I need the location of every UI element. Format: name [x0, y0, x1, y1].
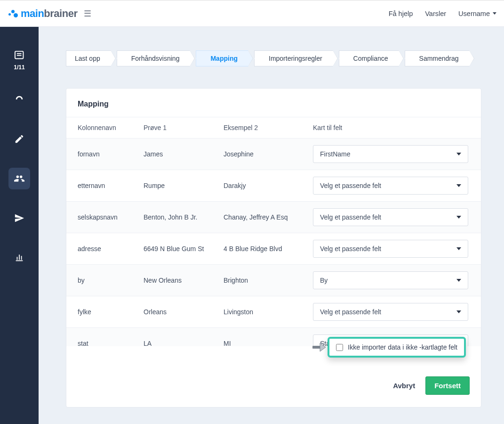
table-row: fornavnJamesJosephineFirstName — [66, 138, 481, 170]
cell-sample2: Brighton — [224, 277, 313, 284]
pencil-icon — [14, 134, 24, 144]
chevron-down-icon — [456, 279, 461, 282]
cell-column-name: fylke — [78, 308, 144, 316]
map-field-select[interactable]: Velg et passende felt — [313, 240, 468, 258]
chevron-down-icon — [493, 12, 496, 15]
brand-logo[interactable]: mainbrainer — [8, 8, 77, 20]
table-row: fylkeOrleansLivingstonVelg et passende f… — [66, 296, 481, 327]
sidebar: 1/11 — [0, 27, 39, 424]
continue-button[interactable]: Fortsett — [425, 376, 470, 395]
col-header-sample2: Eksempel 2 — [224, 124, 313, 131]
chevron-down-icon — [456, 153, 461, 155]
sidebar-item-analytics[interactable] — [8, 247, 30, 269]
help-link[interactable]: Få hjelp — [389, 10, 413, 17]
chevron-down-icon — [456, 247, 461, 250]
cell-sample1: LA — [144, 340, 224, 346]
cell-sample2: 4 B Blue Ridge Blvd — [224, 245, 313, 253]
table-row: selskapsnavnBenton, John B Jr.Chanay, Je… — [66, 201, 481, 233]
step-compliance[interactable]: Compliance — [339, 50, 399, 66]
chart-icon — [14, 253, 24, 263]
col-header-map: Kart til felt — [313, 124, 470, 131]
cell-column-name: stat — [78, 340, 144, 346]
sidebar-item-overview[interactable]: 1/11 — [14, 49, 24, 71]
map-field-select[interactable]: Velg et passende felt — [313, 303, 468, 321]
cell-sample2: Livingston — [224, 308, 313, 316]
cell-column-name: selskapsnavn — [78, 213, 144, 221]
select-value: Velg et passende felt — [320, 182, 381, 189]
cell-column-name: by — [78, 277, 144, 284]
select-value: Velg et passende felt — [320, 308, 381, 316]
table-header-row: Kolonnenavn Prøve 1 Eksempel 2 Kart til … — [66, 117, 481, 138]
people-icon — [14, 173, 24, 184]
cell-sample2: Josephine — [224, 150, 313, 158]
cancel-button[interactable]: Avbryt — [393, 382, 415, 390]
col-header-name: Kolonnenavn — [78, 124, 144, 131]
select-value: FirstName — [320, 150, 351, 158]
cell-sample1: Rumpe — [144, 182, 224, 189]
table-body[interactable]: fornavnJamesJosephineFirstNameetternavnR… — [66, 138, 481, 346]
content-area: Last oppForhåndsvisningMappingImporterin… — [39, 27, 504, 424]
step-mapping[interactable]: Mapping — [196, 50, 248, 66]
cell-sample1: Benton, John B Jr. — [144, 213, 224, 221]
chevron-down-icon — [456, 184, 461, 187]
chevron-down-icon — [456, 310, 461, 313]
cell-sample2: MI — [224, 340, 313, 346]
map-field-select[interactable]: FirstName — [313, 145, 468, 163]
sidebar-item-dashboard[interactable] — [8, 89, 30, 110]
chevron-down-icon — [456, 216, 461, 219]
step-importeringsregler[interactable]: Importeringsregler — [254, 50, 333, 66]
user-dropdown[interactable]: Username — [458, 10, 496, 17]
sidebar-counter: 1/11 — [14, 64, 24, 71]
logo-dots-icon — [8, 8, 18, 19]
sidebar-item-send[interactable] — [8, 207, 30, 229]
select-value: Velg et passende felt — [320, 245, 381, 253]
menu-toggle-icon[interactable]: ☰ — [84, 8, 91, 19]
username-label: Username — [458, 10, 490, 17]
cell-sample2: Darakjy — [224, 182, 313, 189]
wizard-steps: Last oppForhåndsvisningMappingImporterin… — [66, 50, 481, 66]
cell-column-name: etternavn — [78, 182, 144, 189]
topbar: mainbrainer ☰ Få hjelp Varsler Username — [0, 0, 504, 27]
table-row: byNew OrleansBrightonBy — [66, 264, 481, 296]
mapping-card: Mapping Kolonnenavn Prøve 1 Eksempel 2 K… — [66, 88, 481, 408]
cell-sample1: Orleans — [144, 308, 224, 316]
sidebar-item-contacts[interactable] — [8, 168, 30, 189]
cell-sample2: Chanay, Jeffrey A Esq — [224, 213, 313, 221]
cell-column-name: adresse — [78, 245, 144, 253]
table-row: etternavnRumpeDarakjyVelg et passende fe… — [66, 170, 481, 201]
pointer-arrow-icon — [312, 342, 327, 353]
step-forh-ndsvisning[interactable]: Forhåndsvisning — [117, 50, 191, 66]
unmapped-checkbox[interactable] — [336, 344, 343, 351]
col-header-sample1: Prøve 1 — [144, 124, 224, 131]
cell-sample1: 6649 N Blue Gum St — [144, 245, 224, 253]
step-sammendrag[interactable]: Sammendrag — [405, 50, 470, 66]
alerts-link[interactable]: Varsler — [425, 10, 446, 17]
unmapped-checkbox-highlight: Ikke importer data i ikke -kartlagte fel… — [328, 337, 466, 358]
cell-column-name: fornavn — [78, 150, 144, 158]
cell-sample1: New Orleans — [144, 277, 224, 284]
unmapped-checkbox-label[interactable]: Ikke importer data i ikke -kartlagte fel… — [348, 343, 457, 351]
map-field-select[interactable]: By — [313, 271, 468, 289]
select-value: Velg et passende felt — [320, 213, 381, 221]
card-title: Mapping — [66, 89, 481, 117]
gauge-icon — [14, 94, 24, 105]
select-value: By — [320, 277, 328, 284]
cell-sample1: James — [144, 150, 224, 158]
sidebar-item-edit[interactable] — [8, 128, 30, 150]
map-field-select[interactable]: Velg et passende felt — [313, 177, 468, 195]
step-last-opp[interactable]: Last opp — [66, 50, 111, 66]
logo-text-main: main — [21, 8, 44, 19]
list-icon — [14, 49, 24, 60]
paper-plane-icon — [14, 213, 24, 223]
table-row: adresse6649 N Blue Gum St4 B Blue Ridge … — [66, 233, 481, 264]
map-field-select[interactable]: Velg et passende felt — [313, 208, 468, 226]
logo-text-brainer: brainer — [44, 8, 77, 19]
